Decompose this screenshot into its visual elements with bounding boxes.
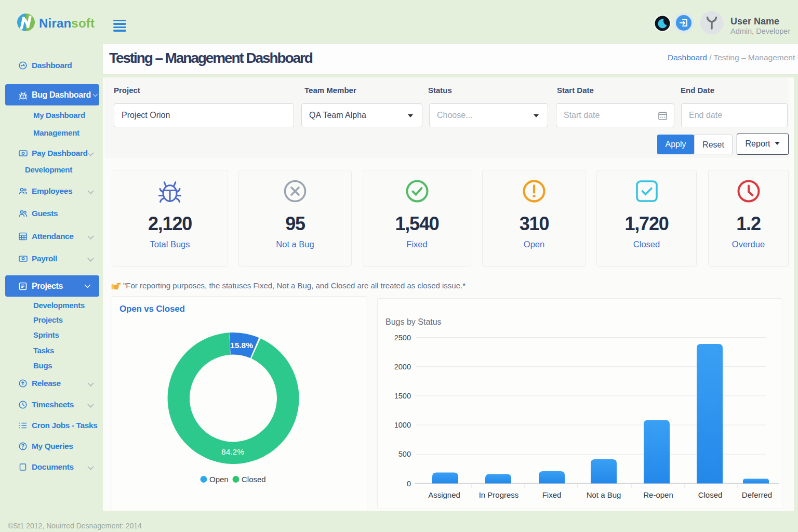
svg-text:Closed: Closed [242, 475, 266, 484]
svg-text:15.8%: 15.8% [230, 341, 253, 350]
svg-text:1500: 1500 [394, 392, 411, 400]
svg-text:Re-open: Re-open [643, 490, 673, 499]
svg-text:Closed: Closed [698, 490, 723, 499]
svg-text:Open: Open [209, 475, 229, 484]
svg-text:2000: 2000 [394, 363, 411, 371]
svg-text:Deferred: Deferred [742, 490, 772, 499]
svg-text:Fixed: Fixed [542, 490, 562, 499]
svg-text:500: 500 [398, 450, 411, 458]
svg-text:In Progress: In Progress [479, 490, 519, 499]
svg-text:Not a Bug: Not a Bug [587, 490, 621, 499]
svg-text:2500: 2500 [394, 334, 411, 342]
svg-text:Assigned: Assigned [428, 490, 460, 499]
svg-text:84.2%: 84.2% [221, 447, 244, 456]
svg-text:0: 0 [407, 480, 411, 488]
svg-text:1000: 1000 [394, 421, 411, 429]
